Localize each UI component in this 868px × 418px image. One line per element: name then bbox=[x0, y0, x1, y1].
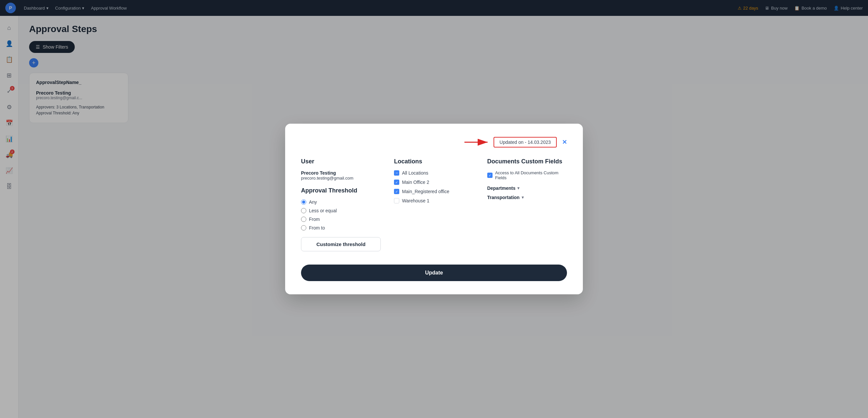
access-all-docs-row[interactable]: ✓ Access to All Documents Custom Fields bbox=[487, 170, 567, 180]
modal-footer: Update bbox=[301, 264, 567, 281]
threshold-any[interactable]: Any bbox=[301, 199, 381, 205]
updated-badge: Updated on - 14.03.2023 bbox=[494, 137, 557, 148]
arrow-container: Updated on - 14.03.2023 bbox=[464, 137, 557, 148]
documents-section-title: Documents Custom Fields bbox=[487, 158, 567, 165]
departments-chevron-icon: ▾ bbox=[517, 186, 519, 191]
user-name: Precoro Testing bbox=[301, 170, 381, 175]
all-locations-checkbox[interactable]: − bbox=[394, 170, 399, 175]
location-all[interactable]: − All Locations bbox=[394, 170, 474, 175]
location-warehouse[interactable]: Warehouse 1 bbox=[394, 198, 474, 203]
user-email: precoro.testing@gmail.com bbox=[301, 175, 381, 181]
access-all-docs-checkbox[interactable]: ✓ bbox=[487, 173, 493, 178]
modal-close-button[interactable]: ✕ bbox=[562, 138, 567, 146]
transportation-chevron-icon: ▾ bbox=[522, 195, 524, 200]
modal-overlay[interactable]: Updated on - 14.03.2023 ✕ User Precoro T… bbox=[0, 0, 868, 418]
main-office-checkbox[interactable]: ✓ bbox=[394, 180, 399, 185]
threshold-from[interactable]: From bbox=[301, 217, 381, 222]
location-list: − All Locations ✓ Main Office 2 ✓ Main_R… bbox=[394, 170, 474, 203]
user-section-title: User bbox=[301, 158, 381, 165]
locations-section: Locations − All Locations ✓ Main Office … bbox=[394, 158, 474, 251]
transportation-dropdown[interactable]: Transportation ▾ bbox=[487, 195, 567, 200]
threshold-radio-group: Any Less or equal From From to bbox=[301, 199, 381, 230]
departments-dropdown[interactable]: Departments ▾ bbox=[487, 186, 567, 191]
threshold-less-equal[interactable]: Less or equal bbox=[301, 208, 381, 213]
modal-header: Updated on - 14.03.2023 ✕ bbox=[301, 137, 567, 148]
threshold-from-to[interactable]: From to bbox=[301, 225, 381, 230]
warehouse-checkbox[interactable] bbox=[394, 198, 399, 203]
location-main-office[interactable]: ✓ Main Office 2 bbox=[394, 180, 474, 185]
arrow-icon bbox=[464, 137, 491, 147]
customize-threshold-button[interactable]: Customize threshold bbox=[301, 237, 381, 251]
locations-section-title: Locations bbox=[394, 158, 474, 165]
threshold-section-title: Approval Threshold bbox=[301, 187, 381, 194]
documents-section: Documents Custom Fields ✓ Access to All … bbox=[487, 158, 567, 251]
user-section: User Precoro Testing precoro.testing@gma… bbox=[301, 158, 381, 251]
modal: Updated on - 14.03.2023 ✕ User Precoro T… bbox=[285, 124, 583, 294]
main-registered-checkbox[interactable]: ✓ bbox=[394, 189, 399, 194]
modal-body: User Precoro Testing precoro.testing@gma… bbox=[301, 158, 567, 251]
location-main-registered[interactable]: ✓ Main_Registered office bbox=[394, 189, 474, 194]
update-button[interactable]: Update bbox=[301, 264, 567, 281]
